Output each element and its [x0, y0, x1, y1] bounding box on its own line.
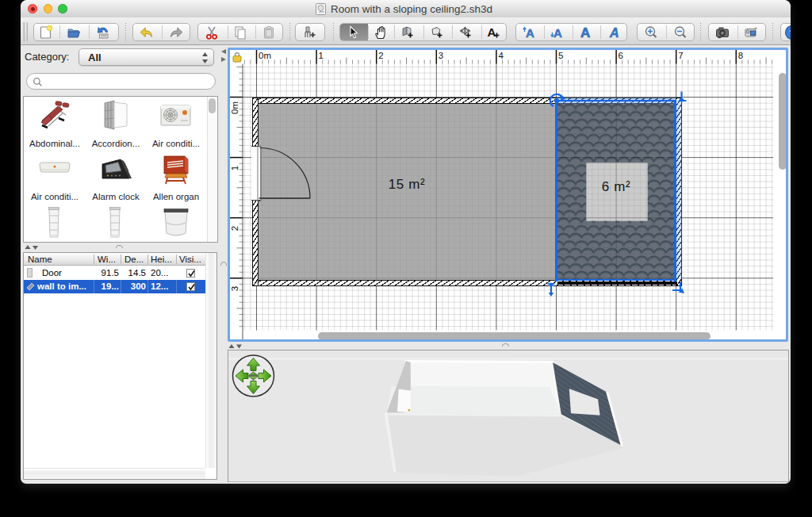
svg-text:A: A [553, 26, 562, 40]
svg-text:A: A [488, 25, 496, 39]
svg-text:A: A [580, 25, 590, 40]
svg-text:?: ? [790, 27, 791, 39]
svg-text:A: A [526, 26, 534, 40]
svg-text:A: A [609, 26, 619, 40]
